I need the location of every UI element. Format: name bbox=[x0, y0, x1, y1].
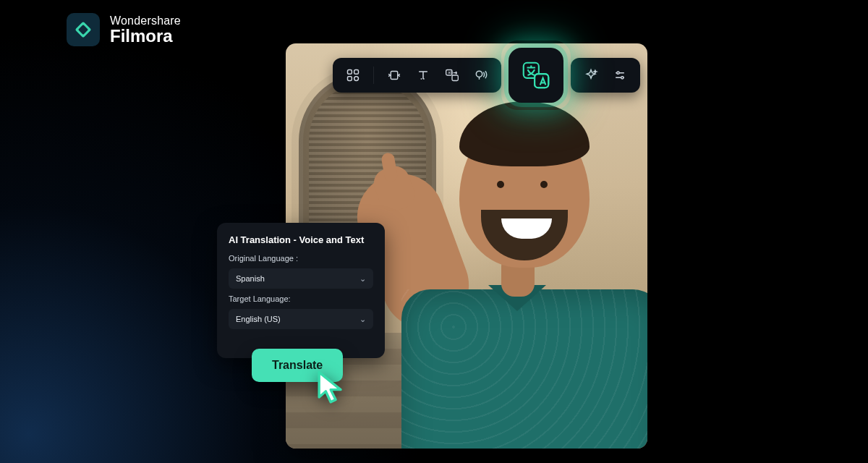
toolbar: ab bbox=[333, 58, 640, 93]
sliders-button[interactable] bbox=[607, 62, 633, 88]
cursor-icon bbox=[312, 369, 352, 409]
text-replace-icon: ab bbox=[444, 68, 460, 82]
brand-badge bbox=[67, 13, 100, 46]
text-button[interactable] bbox=[410, 62, 436, 88]
brand: Wondershare Filmora bbox=[67, 13, 181, 46]
crop-icon bbox=[386, 68, 402, 82]
original-language-label: Original Language : bbox=[229, 254, 373, 263]
toolbar-separator bbox=[373, 67, 374, 84]
sliders-icon bbox=[613, 68, 627, 82]
svg-rect-6 bbox=[391, 72, 397, 80]
brand-mark-icon bbox=[74, 20, 93, 39]
apps-button[interactable] bbox=[340, 62, 366, 88]
brand-text: Wondershare Filmora bbox=[110, 14, 181, 45]
chevron-down-icon: ⌄ bbox=[359, 315, 366, 324]
svg-point-10 bbox=[476, 71, 482, 77]
brand-line2: Filmora bbox=[110, 27, 181, 45]
text-icon bbox=[416, 68, 430, 82]
original-language-value: Spanish bbox=[236, 274, 265, 283]
sparkle-icon bbox=[584, 68, 598, 82]
panel-title: AI Translation - Voice and Text bbox=[229, 234, 373, 245]
target-language-select[interactable]: English (US) ⌄ bbox=[229, 309, 373, 329]
translate-button[interactable] bbox=[509, 48, 563, 103]
svg-point-5 bbox=[354, 77, 359, 81]
svg-point-15 bbox=[621, 77, 624, 79]
toolbar-right bbox=[571, 58, 640, 93]
target-language-label: Target Language: bbox=[229, 294, 373, 303]
svg-rect-2 bbox=[348, 70, 352, 75]
svg-text:ab: ab bbox=[448, 70, 452, 75]
text-replace-button[interactable]: ab bbox=[439, 62, 465, 88]
svg-rect-4 bbox=[348, 77, 352, 81]
toolbar-left: ab bbox=[333, 58, 501, 93]
chevron-down-icon: ⌄ bbox=[359, 274, 366, 284]
svg-rect-3 bbox=[354, 70, 359, 75]
translation-panel: AI Translation - Voice and Text Original… bbox=[217, 223, 385, 358]
apps-icon bbox=[346, 68, 360, 82]
tts-icon bbox=[474, 68, 488, 82]
sparkle-button[interactable] bbox=[578, 62, 604, 88]
target-language-value: English (US) bbox=[236, 315, 281, 323]
original-language-select[interactable]: Spanish ⌄ bbox=[229, 268, 373, 289]
tts-button[interactable] bbox=[468, 62, 494, 88]
svg-point-14 bbox=[617, 72, 619, 74]
translate-icon bbox=[519, 59, 553, 92]
crop-button[interactable] bbox=[381, 62, 407, 88]
svg-rect-9 bbox=[452, 75, 458, 81]
